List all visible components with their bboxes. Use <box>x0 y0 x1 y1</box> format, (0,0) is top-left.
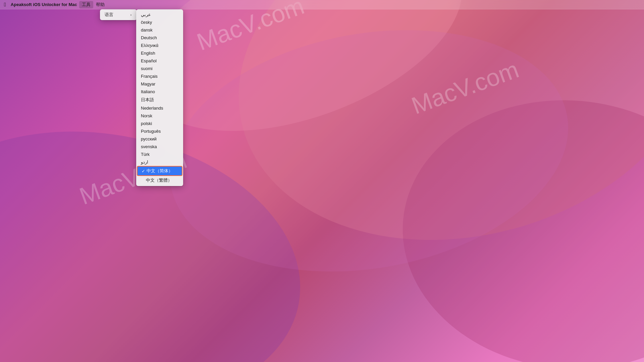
lang-label-hungarian: Magyar <box>141 81 155 86</box>
lang-label-swedish: svenska <box>141 144 157 149</box>
lang-item-swedish[interactable]: svenska <box>136 143 183 150</box>
lang-item-chinese-traditional[interactable]: ✓ 中文（繁體） <box>136 176 183 185</box>
lang-item-portuguese[interactable]: Português <box>136 127 183 135</box>
lang-label-russian: русский <box>141 136 157 141</box>
tools-menu-panel: 语言 › <box>100 9 137 20</box>
lang-item-german[interactable]: Deutsch <box>136 34 183 42</box>
lang-label-german: Deutsch <box>141 35 157 40</box>
lang-label-norwegian: Norsk <box>141 113 152 118</box>
lang-item-chinese-simplified[interactable]: ✓ 中文（简体） <box>137 166 182 176</box>
lang-item-english[interactable]: English <box>136 49 183 57</box>
lang-item-french[interactable]: Français <box>136 72 183 80</box>
lang-label-japanese: 日本語 <box>141 97 154 103</box>
language-label: 语言 <box>105 12 113 18</box>
language-list-panel: عربي česky dansk Deutsch Ελληνικά Englis… <box>136 9 183 186</box>
lang-item-japanese[interactable]: 日本語 <box>136 96 183 104</box>
lang-item-urdu[interactable]: اردو <box>136 158 183 166</box>
menubar:  Apeaksoft iOS Unlocker for Mac 工具 帮助 <box>0 0 644 9</box>
lang-label-chinese-simplified: 中文（简体） <box>147 168 173 174</box>
selected-checkmark-icon: ✓ <box>142 169 145 174</box>
lang-label-danish: dansk <box>141 27 153 33</box>
lang-label-arabic: عربي <box>141 12 151 17</box>
lang-item-arabic[interactable]: عربي <box>136 11 183 18</box>
lang-item-turkish[interactable]: Türk <box>136 150 183 158</box>
app-name-label: Apeaksoft iOS Unlocker for Mac <box>11 2 77 7</box>
lang-label-english: English <box>141 51 155 56</box>
apple-menu-icon[interactable]:  <box>4 2 6 8</box>
wallpaper <box>0 0 644 362</box>
lang-item-norwegian[interactable]: Norsk <box>136 112 183 120</box>
lang-label-finnish: suomi <box>141 66 153 71</box>
lang-label-italian: Italiano <box>141 89 155 94</box>
lang-label-spanish: Español <box>141 58 157 63</box>
lang-label-french: Français <box>141 74 158 79</box>
lang-label-polish: polski <box>141 121 152 126</box>
lang-label-portuguese: Português <box>141 129 161 134</box>
lang-label-turkish: Türk <box>141 152 150 157</box>
lang-item-dutch[interactable]: Nederlands <box>136 104 183 112</box>
lang-item-danish[interactable]: dansk <box>136 26 183 34</box>
lang-label-urdu: اردو <box>141 160 148 165</box>
lang-item-finnish[interactable]: suomi <box>136 65 183 72</box>
help-menu-item[interactable]: 帮助 <box>93 1 107 8</box>
lang-item-russian[interactable]: русский <box>136 135 183 143</box>
lang-item-spanish[interactable]: Español <box>136 57 183 65</box>
lang-item-polish[interactable]: polski <box>136 120 183 127</box>
lang-item-greek[interactable]: Ελληνικά <box>136 42 183 49</box>
lang-item-italian[interactable]: Italiano <box>136 88 183 96</box>
lang-label-czech: česky <box>141 20 152 25</box>
lang-label-dutch: Nederlands <box>141 106 163 111</box>
language-menu-item[interactable]: 语言 › <box>100 11 137 19</box>
lang-item-czech[interactable]: česky <box>136 18 183 26</box>
lang-item-hungarian[interactable]: Magyar <box>136 80 183 88</box>
tools-menu-item[interactable]: 工具 <box>79 1 93 8</box>
lang-label-chinese-traditional: 中文（繁體） <box>146 177 172 183</box>
language-chevron-icon: › <box>130 13 131 17</box>
lang-label-greek: Ελληνικά <box>141 43 158 48</box>
